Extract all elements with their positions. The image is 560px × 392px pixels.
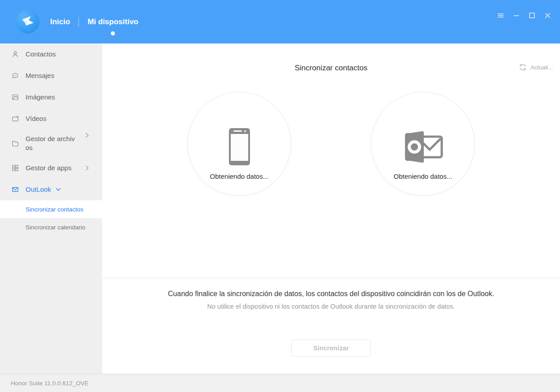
app-version-text: Honor Suite 11.0.0.612_OVE xyxy=(11,380,89,387)
sidebar-item-label: Gestor de apps xyxy=(26,164,76,172)
phone-screen xyxy=(231,134,248,161)
sidebar-item-outlook[interactable]: OutLook xyxy=(0,179,102,200)
header-tabs: Inicio Mi dispositivo xyxy=(49,0,139,43)
refresh-button[interactable]: Actuali... xyxy=(519,63,553,71)
sincronizar-button[interactable]: Sincronizar xyxy=(291,340,371,357)
sidebar-item-label: Vídeos xyxy=(26,114,76,123)
outlook-logo-icon xyxy=(402,128,444,165)
titlebar: Inicio Mi dispositivo xyxy=(0,0,560,43)
sync-circles: Obteniendo datos... Obteniendo datos... xyxy=(102,92,560,196)
refresh-icon xyxy=(519,63,527,71)
sidebar-item-imagenes[interactable]: Imágenes xyxy=(0,86,102,108)
file-manager-icon xyxy=(12,140,19,147)
device-status-text: Obteniendo datos... xyxy=(210,172,269,180)
contacts-icon xyxy=(12,51,19,58)
sidebar-subitem-sincronizar-calendario[interactable]: Sincronizar calendario xyxy=(0,218,102,236)
close-icon xyxy=(544,12,551,19)
sidebar-item-label: Gestor de archivos xyxy=(26,134,76,152)
tab-inicio[interactable]: Inicio xyxy=(49,0,71,43)
sidebar-item-gestor-apps[interactable]: Gestor de apps xyxy=(0,157,102,179)
main-panel: Sincronizar contactos Actuali... xyxy=(102,43,560,374)
app-logo xyxy=(16,10,39,34)
window-controls xyxy=(490,10,553,21)
phone-speaker xyxy=(233,130,242,132)
sidebar-item-label: OutLook xyxy=(26,185,51,194)
phone-camera-dot xyxy=(244,130,246,132)
active-tab-indicator xyxy=(111,31,115,35)
hamburger-icon xyxy=(497,12,504,19)
close-button[interactable] xyxy=(542,10,553,21)
button-row: Sincronizar xyxy=(102,340,560,357)
sidebar-item-contactos[interactable]: Contactos xyxy=(0,43,102,65)
outlook-mail-icon xyxy=(12,186,19,193)
sidebar-item-mensajes[interactable]: Mensajes xyxy=(0,65,102,86)
images-icon xyxy=(12,94,19,101)
sidebar-subitem-sincronizar-contactos[interactable]: Sincronizar contactos xyxy=(0,200,102,218)
chevron-down-icon xyxy=(55,186,61,193)
tab-separator xyxy=(78,17,79,27)
chevron-right-icon xyxy=(83,164,90,172)
sidebar-item-label: Imágenes xyxy=(26,93,76,102)
app-window: Inicio Mi dispositivo xyxy=(0,0,560,392)
phone-icon xyxy=(229,128,250,165)
content-row: Contactos Mensajes xyxy=(0,43,560,374)
device-circle: Obteniendo datos... xyxy=(187,92,291,196)
paper-plane-icon xyxy=(20,14,35,30)
sidebar-subitem-label: Sincronizar calendario xyxy=(26,224,86,231)
sidebar-item-label: Contactos xyxy=(26,50,76,59)
sidebar-subitem-label: Sincronizar contactos xyxy=(26,206,83,213)
outlook-status-text: Obteniendo datos... xyxy=(394,172,452,180)
sidebar-item-label: Mensajes xyxy=(26,71,76,80)
page-title: Sincronizar contactos xyxy=(102,63,560,73)
videos-icon xyxy=(12,115,19,122)
minimize-button[interactable] xyxy=(511,10,521,21)
sidebar-item-gestor-archivos[interactable]: Gestor de archivos xyxy=(0,129,102,157)
menu-button[interactable] xyxy=(495,10,506,21)
minimize-icon xyxy=(513,12,520,19)
sidebar: Contactos Mensajes xyxy=(0,43,102,374)
sync-notes: Cuando finalice la sincronización de dat… xyxy=(102,278,560,311)
refresh-label: Actuali... xyxy=(530,64,553,71)
outlook-circle: Obteniendo datos... xyxy=(371,92,475,196)
tab-mi-dispositivo-label: Mi dispositivo xyxy=(87,17,138,26)
maximize-icon xyxy=(528,12,536,19)
tab-inicio-label: Inicio xyxy=(50,17,70,26)
chevron-right-icon xyxy=(83,132,90,139)
note-secondary: No utilice el dispositivo ni los contact… xyxy=(102,302,560,311)
tab-mi-dispositivo[interactable]: Mi dispositivo xyxy=(86,0,139,43)
app-manager-icon xyxy=(12,164,19,172)
statusbar: Honor Suite 11.0.0.612_OVE xyxy=(0,374,560,392)
sidebar-item-videos[interactable]: Vídeos xyxy=(0,108,102,129)
note-primary: Cuando finalice la sincronización de dat… xyxy=(102,289,560,299)
messages-icon xyxy=(12,72,19,79)
maximize-button[interactable] xyxy=(526,10,537,21)
